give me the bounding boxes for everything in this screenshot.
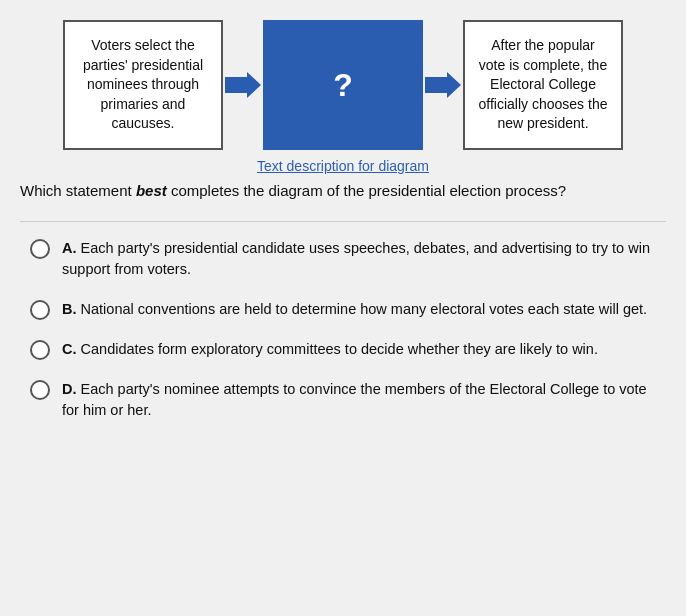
option-b-label: B. xyxy=(62,301,81,317)
option-d-label: D. xyxy=(62,381,81,397)
option-a[interactable]: A. Each party's presidential candidate u… xyxy=(30,238,656,282)
diagram-box-center: ? xyxy=(263,20,423,150)
option-b[interactable]: B. National conventions are held to dete… xyxy=(30,299,656,321)
option-c-text: Candidates form exploratory committees t… xyxy=(81,341,598,357)
option-a-content: A. Each party's presidential candidate u… xyxy=(62,238,656,282)
question-before: Which statement xyxy=(20,182,136,199)
arrow-right xyxy=(423,65,463,105)
option-d-text: Each party's nominee attempts to convinc… xyxy=(62,381,647,419)
diagram-box-left-text: Voters select the parties' presidential … xyxy=(77,36,209,134)
question-after: completes the diagram of the presidentia… xyxy=(167,182,566,199)
option-a-label: A. xyxy=(62,240,81,256)
option-b-text: National conventions are held to determi… xyxy=(81,301,648,317)
radio-b[interactable] xyxy=(30,300,50,320)
radio-c[interactable] xyxy=(30,340,50,360)
divider xyxy=(20,221,666,222)
option-c-content: C. Candidates form exploratory committee… xyxy=(62,339,598,361)
option-c[interactable]: C. Candidates form exploratory committee… xyxy=(30,339,656,361)
svg-marker-1 xyxy=(425,72,461,98)
diagram-box-right-text: After the popular vote is complete, the … xyxy=(477,36,609,134)
option-d-content: D. Each party's nominee attempts to conv… xyxy=(62,379,656,423)
diagram-box-left: Voters select the parties' presidential … xyxy=(63,20,223,150)
option-a-text: Each party's presidential candidate uses… xyxy=(62,240,650,278)
diagram-box-center-text: ? xyxy=(333,63,353,108)
diagram-caption: Text description for diagram xyxy=(20,158,666,174)
svg-marker-0 xyxy=(225,72,261,98)
option-c-label: C. xyxy=(62,341,81,357)
question-italic: best xyxy=(136,182,167,199)
option-b-content: B. National conventions are held to dete… xyxy=(62,299,647,321)
arrow-left xyxy=(223,65,263,105)
radio-a[interactable] xyxy=(30,239,50,259)
question-text: Which statement best completes the diagr… xyxy=(20,180,666,203)
diagram: Voters select the parties' presidential … xyxy=(20,20,666,150)
diagram-box-right: After the popular vote is complete, the … xyxy=(463,20,623,150)
radio-d[interactable] xyxy=(30,380,50,400)
option-d[interactable]: D. Each party's nominee attempts to conv… xyxy=(30,379,656,423)
options-area: A. Each party's presidential candidate u… xyxy=(20,238,666,423)
